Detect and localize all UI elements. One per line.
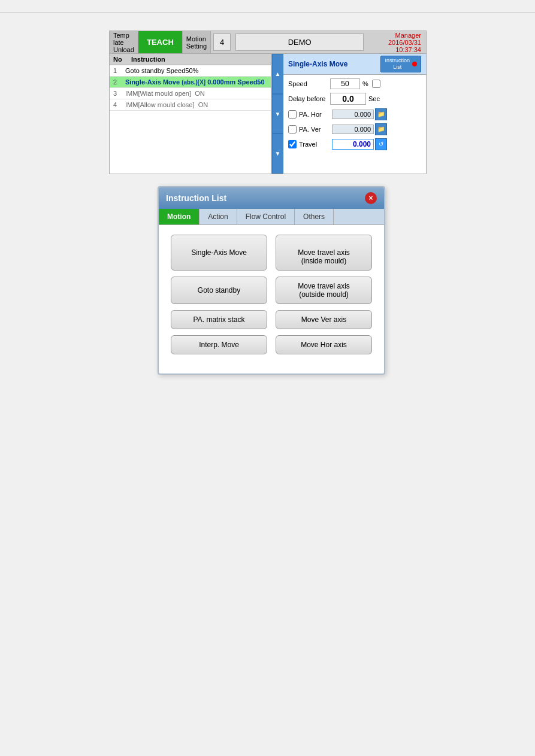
travel-checkbox[interactable] [288, 140, 297, 148]
btn-move-hor-axis[interactable]: Move Hor axis [276, 335, 372, 354]
delay-unit: Sec [368, 95, 380, 102]
row-no-2: 2 [113, 78, 125, 86]
delay-input[interactable] [330, 93, 366, 105]
pa-ver-label: PA. Ver [299, 126, 332, 133]
header-motion: Motion Setting [183, 31, 211, 53]
sa-body: Speed % Delay before Sec [283, 75, 426, 174]
tab-action[interactable]: Action [200, 209, 237, 224]
row-text-3: IMM[Wiat mould open] ON [125, 90, 267, 97]
instr-row-2[interactable]: 2 Single-Axis Move (abs.)[X] 0.000mm Spe… [110, 77, 271, 88]
scroll-down2-btn[interactable]: ▼ [272, 133, 283, 174]
btn-pa-matrix-stack[interactable]: PA. matrix stack [171, 310, 267, 329]
instr-row-1[interactable]: 1 Goto standby Speed50% [110, 65, 271, 77]
il-panel-title: Instruction List [166, 193, 226, 203]
btn-single-axis-move[interactable]: Single-Axis Move [171, 235, 267, 271]
delay-row: Delay before Sec [288, 93, 421, 105]
btn-move-ver-axis[interactable]: Move Ver axis [276, 310, 372, 329]
speed-input[interactable] [330, 78, 360, 89]
row-text-2: Single-Axis Move (abs.)[X] 0.000mm Speed… [125, 78, 267, 86]
pa-hor-checkbox[interactable] [288, 110, 297, 119]
top-divider [0, 12, 535, 13]
speed-label: Speed [288, 80, 330, 87]
single-axis-panel: Single-Axis Move InstructionList Speed % [283, 54, 426, 174]
header-manager: Manager 2016/03/31 10:37:34 [366, 31, 426, 53]
row-text-1: Goto standby Speed50% [125, 67, 267, 74]
instr-instr-header: Instruction [131, 56, 165, 63]
instr-header: No Instruction [110, 54, 271, 65]
tab-motion[interactable]: Motion [159, 209, 200, 224]
header-bar: Temp late Unload TEACH Motion Setting 4 … [110, 31, 426, 54]
scroll-arrows: ▲ ▼ ▼ [271, 54, 283, 174]
row-no-1: 1 [113, 67, 125, 74]
tab-others[interactable]: Others [295, 209, 334, 224]
travel-input[interactable] [332, 139, 374, 150]
instr-list-btn-label: InstructionList [385, 57, 410, 71]
folder-icon-2: 📁 [377, 126, 385, 132]
top-panel: Temp late Unload TEACH Motion Setting 4 … [109, 31, 427, 174]
btn-move-travel-inside[interactable]: Move travel axis(inside mould) [276, 235, 372, 271]
pa-hor-row: PA. Hor 📁 [288, 108, 421, 120]
instr-no-header: No [113, 56, 131, 63]
pa-hor-input[interactable] [332, 110, 374, 119]
instr-list: 1 Goto standby Speed50% 2 Single-Axis Mo… [110, 65, 271, 174]
travel-label: Travel [299, 141, 332, 148]
scroll-up-btn[interactable]: ▲ [272, 54, 283, 94]
header-temp: Temp late Unload [110, 31, 138, 53]
row-text-4: IMM[Allow mould close] ON [125, 101, 267, 108]
il-panel-header: Instruction List × [159, 187, 384, 209]
btn-move-travel-outside[interactable]: Move travel axis(outside mould) [276, 277, 372, 304]
temp-label3: Unload [113, 46, 134, 53]
row-no-4: 4 [113, 101, 125, 108]
scroll-down-btn[interactable]: ▼ [272, 94, 283, 134]
temp-label2: late [113, 39, 134, 46]
content-area: No Instruction 1 Goto standby Speed50% 2… [110, 54, 426, 174]
delay-label: Delay before [288, 95, 330, 102]
il-footer-space [159, 364, 384, 374]
pa-hor-label: PA. Hor [299, 111, 332, 118]
instr-row-3[interactable]: 3 IMM[Wiat mould open] ON [110, 88, 271, 99]
temp-label1: Temp [113, 32, 134, 39]
il-close-button[interactable]: × [365, 192, 377, 204]
sa-title: Single-Axis Move [288, 60, 347, 68]
il-tabs: Motion Action Flow Control Others [159, 209, 384, 225]
travel-row: Travel ↺ [288, 138, 421, 150]
travel-icon-btn[interactable]: ↺ [375, 138, 387, 150]
btn-goto-standby[interactable]: Goto standby [171, 277, 267, 304]
pa-ver-checkbox[interactable] [288, 125, 297, 133]
header-teach[interactable]: TEACH [138, 31, 183, 53]
refresh-icon: ↺ [379, 141, 383, 147]
btn-interp-move[interactable]: Interp. Move [171, 335, 267, 354]
pa-ver-row: PA. Ver 📁 [288, 123, 421, 135]
close-icon: × [368, 194, 373, 202]
pa-ver-icon-btn[interactable]: 📁 [375, 123, 387, 135]
sa-header: Single-Axis Move InstructionList [283, 54, 426, 75]
pa-ver-input[interactable] [332, 125, 374, 134]
instr-list-button[interactable]: InstructionList [380, 56, 421, 72]
main-ui: Temp late Unload TEACH Motion Setting 4 … [109, 31, 427, 174]
header-demo: DEMO [235, 34, 364, 51]
il-body: Single-Axis Move Move travel axis(inside… [159, 225, 384, 364]
tab-flow-control[interactable]: Flow Control [237, 209, 295, 224]
speed-checkbox[interactable] [372, 80, 380, 88]
speed-row: Speed % [288, 78, 421, 89]
speed-unit: % [362, 80, 368, 87]
red-dot-icon [412, 62, 417, 66]
instruction-list-panel: Instruction List × Motion Action Flow Co… [158, 186, 385, 375]
page-wrapper: Temp late Unload TEACH Motion Setting 4 … [0, 0, 535, 756]
row-no-3: 3 [113, 90, 125, 97]
instruction-panel: No Instruction 1 Goto standby Speed50% 2… [110, 54, 271, 174]
instr-row-4[interactable]: 4 IMM[Allow mould close] ON [110, 99, 271, 111]
header-num: 4 [213, 34, 231, 51]
folder-icon: 📁 [377, 111, 385, 117]
pa-hor-icon-btn[interactable]: 📁 [375, 108, 387, 120]
